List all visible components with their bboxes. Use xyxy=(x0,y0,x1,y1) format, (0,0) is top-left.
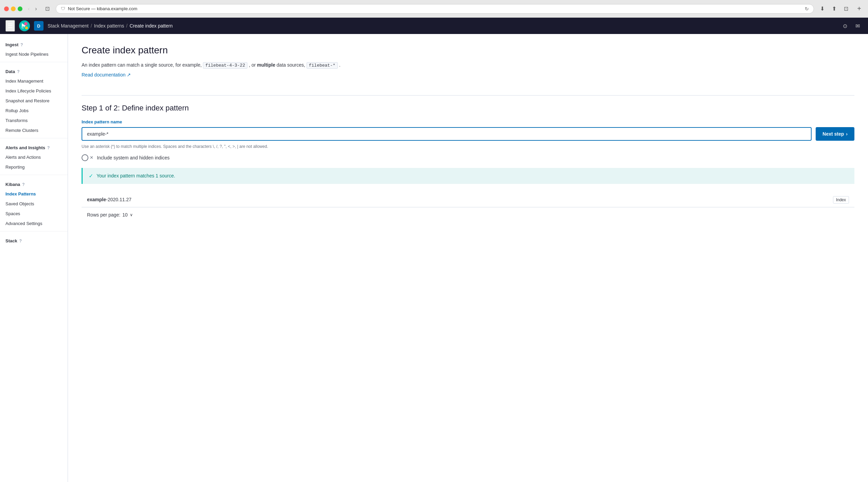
browser-chrome: ‹ › ⊡ 🛡 Not Secure — kibana.example.com … xyxy=(0,0,868,18)
match-banner: ✓ Your index pattern matches 1 source. xyxy=(82,168,854,184)
sidebar-item-transforms[interactable]: Transforms xyxy=(0,116,68,125)
browser-actions: ⬇ ⬆ ⊡ xyxy=(817,4,851,13)
close-button[interactable] xyxy=(4,6,9,11)
table-row: example-2020.11.27 Index xyxy=(82,192,854,207)
intro-code-1: filebeat-4-3-22 xyxy=(203,62,247,69)
next-arrow-icon: › xyxy=(846,131,848,137)
stack-help-icon[interactable]: ? xyxy=(19,239,22,243)
index-pattern-input[interactable] xyxy=(82,127,812,141)
sidebar-item-reporting[interactable]: Reporting xyxy=(0,162,68,172)
field-label: Index pattern name xyxy=(82,119,854,124)
apm-icon[interactable]: ⊙ xyxy=(840,21,850,31)
toggle-circle[interactable] xyxy=(82,154,88,161)
sidebar-divider-1 xyxy=(0,62,68,62)
include-system-label: Include system and hidden indices xyxy=(97,155,170,160)
top-nav: ☰ D Stack Management / Index patterns / … xyxy=(0,18,868,34)
ingest-help-icon[interactable]: ? xyxy=(20,42,23,47)
sidebar-item-snapshot-restore[interactable]: Snapshot and Restore xyxy=(0,96,68,106)
minimize-button[interactable] xyxy=(11,6,16,11)
sidebar-icon[interactable]: ⊡ xyxy=(841,4,851,13)
new-tab-button[interactable]: + xyxy=(854,4,864,13)
sidebar-divider-2 xyxy=(0,138,68,138)
kibana-help-icon[interactable]: ? xyxy=(22,182,24,187)
step-title: Step 1 of 2: Define index pattern xyxy=(82,104,854,113)
section-divider xyxy=(82,95,854,96)
sidebar-section-alerts: Alerts and Insights ? xyxy=(0,141,68,152)
external-link-icon: ↗ xyxy=(127,72,131,78)
breadcrumb-separator-1: / xyxy=(91,23,92,29)
sidebar-item-saved-objects[interactable]: Saved Objects xyxy=(0,199,68,209)
rows-per-page-value: 10 xyxy=(122,212,128,218)
mail-icon[interactable]: ✉ xyxy=(853,21,863,31)
data-help-icon[interactable]: ? xyxy=(17,69,19,74)
forward-button[interactable]: › xyxy=(33,4,39,13)
chevron-down-icon: ∨ xyxy=(130,212,133,217)
maximize-button[interactable] xyxy=(18,6,22,11)
main-area: Ingest ? Ingest Node Pipelines Data ? In… xyxy=(0,34,868,482)
svg-point-3 xyxy=(22,26,24,28)
intro-bold: multiple xyxy=(257,62,275,68)
svg-point-1 xyxy=(24,22,28,25)
breadcrumb-separator-2: / xyxy=(126,23,127,29)
toggle-wrapper[interactable]: ✕ xyxy=(82,154,93,161)
sidebar-item-spaces[interactable]: Spaces xyxy=(0,209,68,219)
breadcrumb: Stack Management / Index patterns / Crea… xyxy=(48,23,173,29)
main-content: Create index pattern An index pattern ca… xyxy=(68,34,868,482)
index-name-rest: -2020.11.27 xyxy=(106,197,132,202)
url-bar[interactable]: 🛡 Not Secure — kibana.example.com ↻ xyxy=(56,4,814,14)
sidebar-item-alerts-actions[interactable]: Alerts and Actions xyxy=(0,152,68,162)
breadcrumb-stack-management[interactable]: Stack Management xyxy=(48,23,89,29)
back-button[interactable]: ‹ xyxy=(26,4,32,13)
reload-icon[interactable]: ↻ xyxy=(805,6,809,12)
toggle-x-icon[interactable]: ✕ xyxy=(90,155,93,160)
share-icon[interactable]: ⬆ xyxy=(829,4,839,13)
sidebar-section-kibana: Kibana ? xyxy=(0,178,68,189)
nav-arrows: ‹ › xyxy=(26,4,39,13)
app: ☰ D Stack Management / Index patterns / … xyxy=(0,18,868,482)
alerts-help-icon[interactable]: ? xyxy=(47,145,50,150)
results-table: example-2020.11.27 Index xyxy=(82,192,854,207)
user-avatar[interactable]: D xyxy=(34,21,44,31)
url-text: Not Secure — kibana.example.com xyxy=(68,6,802,11)
sidebar-section-ingest: Ingest ? xyxy=(0,38,68,49)
security-icon: 🛡 xyxy=(61,6,65,11)
sidebar-item-index-management[interactable]: Index Management xyxy=(0,76,68,86)
sidebar-divider-4 xyxy=(0,231,68,231)
check-icon: ✓ xyxy=(89,173,93,179)
sidebar-item-rollup-jobs[interactable]: Rollup Jobs xyxy=(0,106,68,116)
match-message: Your index pattern matches 1 source. xyxy=(97,173,175,178)
input-hint: Use an asterisk (*) to match multiple in… xyxy=(82,144,854,149)
input-row: Next step › xyxy=(82,127,854,141)
sidebar-item-index-lifecycle-policies[interactable]: Index Lifecycle Policies xyxy=(0,86,68,96)
kibana-logo[interactable] xyxy=(19,20,30,31)
breadcrumb-current: Create index pattern xyxy=(129,23,173,29)
sidebar-item-ingest-node-pipelines[interactable]: Ingest Node Pipelines xyxy=(0,49,68,59)
svg-point-2 xyxy=(25,27,28,29)
index-type-badge: Index xyxy=(833,196,849,204)
read-docs-link[interactable]: Read documentation ↗ xyxy=(82,72,131,78)
sidebar-section-data: Data ? xyxy=(0,65,68,76)
page-title: Create index pattern xyxy=(82,45,854,56)
breadcrumb-index-patterns[interactable]: Index patterns xyxy=(94,23,124,29)
rows-per-page[interactable]: Rows per page: 10 ∨ xyxy=(82,207,854,222)
intro-code-2: filebeat-* xyxy=(307,62,338,69)
next-step-button[interactable]: Next step › xyxy=(816,127,854,141)
topnav-right: ⊙ ✉ xyxy=(840,21,863,31)
sidebar-item-advanced-settings[interactable]: Advanced Settings xyxy=(0,219,68,228)
rows-per-page-label: Rows per page: xyxy=(87,212,120,218)
hamburger-menu[interactable]: ☰ xyxy=(5,20,15,32)
sidebar-item-index-patterns[interactable]: Index Patterns xyxy=(0,189,68,199)
download-icon[interactable]: ⬇ xyxy=(817,4,827,13)
sidebar-item-remote-clusters[interactable]: Remote Clusters xyxy=(0,125,68,135)
include-system-row: ✕ Include system and hidden indices xyxy=(82,154,854,161)
sidebar-section-stack: Stack ? xyxy=(0,234,68,245)
intro-text: An index pattern can match a single sour… xyxy=(82,61,854,69)
sidebar-divider-3 xyxy=(0,175,68,175)
traffic-lights xyxy=(4,6,22,11)
sidebar: Ingest ? Ingest Node Pipelines Data ? In… xyxy=(0,34,68,482)
index-name-bold: example xyxy=(87,197,106,202)
tab-view-button[interactable]: ⊡ xyxy=(42,4,52,13)
